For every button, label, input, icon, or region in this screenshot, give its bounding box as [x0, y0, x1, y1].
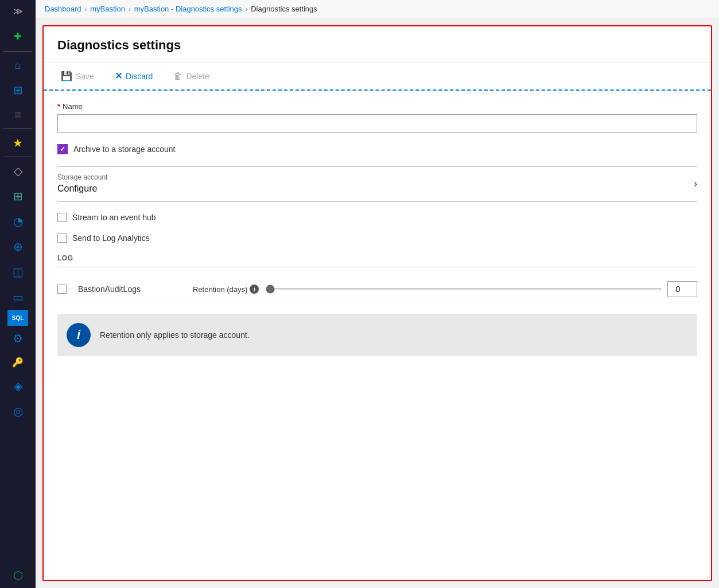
- required-star: *: [57, 102, 60, 111]
- form-area: * Name Archive to a storage account Stor…: [44, 91, 711, 368]
- bastion-audit-label: BastionAuditLogs: [78, 285, 181, 294]
- stream-checkbox-row: Stream to an event hub: [57, 213, 697, 222]
- retention-slider[interactable]: [266, 288, 662, 290]
- breadcrumb: Dashboard › myBastion › myBastion - Diag…: [36, 0, 719, 18]
- sidebar-add-btn[interactable]: +: [0, 22, 36, 50]
- delete-icon: 🗑: [173, 71, 182, 81]
- sidebar-cogwheel-icon[interactable]: ⚙: [0, 326, 36, 351]
- log-section-header: LOG: [57, 254, 697, 262]
- sidebar-network-icon[interactable]: ◈: [0, 373, 36, 399]
- info-banner-text: Retention only applies to storage accoun…: [100, 330, 250, 340]
- sidebar-dashboard-icon[interactable]: ⊞: [0, 77, 36, 103]
- sidebar-gauge-icon[interactable]: ◎: [0, 399, 36, 424]
- name-field-row: * Name: [57, 102, 697, 133]
- stream-checkbox[interactable]: [57, 213, 67, 222]
- sidebar-sql-icon[interactable]: SQL: [7, 310, 28, 326]
- breadcrumb-sep-3: ›: [246, 6, 248, 13]
- toolbar: 💾 Save ✕ Discard 🗑 Delete: [44, 63, 711, 91]
- sidebar-resources-icon[interactable]: ◇: [0, 158, 36, 184]
- storage-info: Storage account Configure: [57, 173, 107, 194]
- info-circle-icon: i: [67, 323, 91, 347]
- name-label: * Name: [57, 102, 697, 111]
- discard-icon: ✕: [115, 71, 122, 81]
- save-button[interactable]: 💾 Save: [57, 68, 98, 84]
- sidebar-home-icon[interactable]: ⌂: [0, 53, 36, 77]
- retention-label: Retention (days) i: [193, 285, 259, 294]
- log-section: LOG BastionAuditLogs Retention (days) i: [57, 254, 697, 302]
- discard-button[interactable]: ✕ Discard: [111, 68, 156, 84]
- sidebar-monitor-icon[interactable]: ▭: [0, 285, 36, 310]
- name-input[interactable]: [57, 114, 697, 133]
- sidebar-clock-icon[interactable]: ◔: [0, 209, 36, 234]
- main-area: Dashboard › myBastion › myBastion - Diag…: [36, 0, 719, 588]
- content-panel: Diagnostics settings 💾 Save ✕ Discard 🗑 …: [42, 25, 712, 581]
- save-icon: 💾: [61, 71, 72, 81]
- sidebar-collapse-btn[interactable]: ≫: [0, 0, 36, 22]
- storage-configure-value: Configure: [57, 184, 107, 194]
- retention-info-icon[interactable]: i: [250, 285, 259, 294]
- sidebar-box-icon[interactable]: ◫: [0, 259, 36, 285]
- sidebar: ≫ + ⌂ ⊞ ≡ ★ ◇ ⊞ ◔ ⊕ ◫ ▭ SQL ⚙ 🔑 ◈ ◎ ⬡: [0, 0, 36, 588]
- breadcrumb-current: Diagnostics settings: [251, 5, 317, 13]
- discard-label: Discard: [126, 72, 153, 81]
- page-title: Diagnostics settings: [44, 26, 711, 63]
- storage-section[interactable]: Storage account Configure ›: [57, 166, 697, 201]
- bastion-audit-checkbox[interactable]: [57, 285, 67, 294]
- retention-input[interactable]: [667, 281, 697, 297]
- info-banner: i Retention only applies to storage acco…: [57, 314, 697, 356]
- stream-label: Stream to an event hub: [72, 213, 156, 222]
- sidebar-favorites-icon[interactable]: ★: [0, 130, 36, 155]
- retention-section: Retention (days) i: [193, 281, 697, 297]
- sidebar-grid-icon[interactable]: ⊞: [0, 184, 36, 209]
- sidebar-key-icon[interactable]: 🔑: [0, 351, 36, 373]
- storage-account-label: Storage account: [57, 173, 107, 181]
- breadcrumb-diagnostics-settings-link[interactable]: myBastion - Diagnostics settings: [134, 5, 242, 13]
- log-divider: [57, 267, 697, 267]
- archive-checkbox-row: Archive to a storage account: [57, 144, 697, 154]
- breadcrumb-dashboard[interactable]: Dashboard: [45, 5, 81, 13]
- log-analytics-label: Send to Log Analytics: [72, 233, 150, 243]
- breadcrumb-sep-1: ›: [85, 6, 87, 13]
- delete-label: Delete: [186, 72, 209, 81]
- save-label: Save: [76, 72, 94, 81]
- archive-label: Archive to a storage account: [73, 145, 175, 154]
- table-row: BastionAuditLogs Retention (days) i: [57, 277, 697, 302]
- slider-container: [266, 281, 697, 297]
- breadcrumb-mybastion[interactable]: myBastion: [90, 5, 125, 13]
- breadcrumb-sep-2: ›: [129, 6, 131, 13]
- sidebar-shield-icon[interactable]: ⬡: [0, 563, 36, 588]
- sidebar-globe-icon[interactable]: ⊕: [0, 234, 36, 259]
- log-analytics-checkbox-row: Send to Log Analytics: [57, 233, 697, 243]
- log-analytics-checkbox[interactable]: [57, 233, 67, 243]
- sidebar-menu-icon[interactable]: ≡: [0, 103, 36, 127]
- archive-checkbox[interactable]: [57, 144, 68, 154]
- delete-button[interactable]: 🗑 Delete: [170, 69, 212, 84]
- storage-chevron-icon[interactable]: ›: [694, 178, 697, 190]
